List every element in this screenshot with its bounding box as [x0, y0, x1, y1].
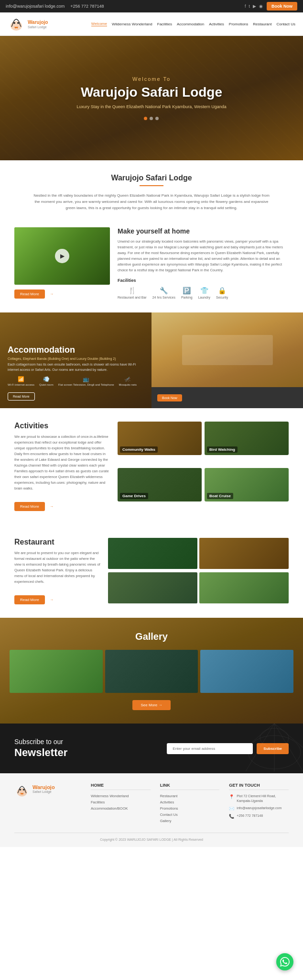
hero-title: Warujojo Safari Lodge — [76, 85, 227, 100]
accom-room-image — [152, 312, 303, 387]
accom-title: Accommodation — [8, 345, 144, 355]
activities-read-more-button[interactable]: Read More — [14, 502, 45, 511]
gallery-see-more-arrow: → — [158, 703, 162, 707]
footer-logo-name: Warujojo — [32, 784, 55, 790]
footer-logo-sub: Safari Lodge — [32, 790, 55, 793]
nav-links-container: Welcome Wilderness Wonderland Facilities… — [91, 22, 295, 26]
home-read-more-button[interactable]: Read More — [14, 290, 45, 299]
footer-address: 📍 Plot 72 Clement Hill Road, Kampala-Uga… — [229, 794, 289, 803]
home-description: Unwind on our strategically located room… — [118, 239, 289, 273]
amenity-quiet-label: Quiet room — [39, 383, 54, 386]
gallery-see-more-button[interactable]: See More → — [132, 700, 171, 710]
newsletter-section: Subscribe to our Newsletter Subscribe — [0, 724, 303, 773]
facility-restaurant: 🍴 Restaurant and Bar — [118, 287, 147, 299]
gallery-btn-row: See More → — [10, 700, 293, 710]
footer-home-col: HOME Wilderness Wonderland Facilities Ac… — [91, 783, 151, 825]
top-bar-email: info@warujojosafari lodge.com — [6, 4, 65, 9]
restaurant-image-4 — [199, 572, 289, 603]
facebook-icon[interactable]: f — [245, 4, 246, 9]
book-now-button[interactable]: Book Now — [267, 2, 297, 11]
facility-service: 🔧 24 hrs Services — [152, 287, 175, 299]
footer-email: ✉️ info@warujojosafarilodge.com — [229, 806, 289, 811]
activities-description: We are proud to showcase a collection of… — [14, 434, 110, 491]
accommodation-section: Accommodation Cottages, Elephant Banda (… — [0, 312, 303, 408]
footer-link-col: LINK Restaurant Activities Promotions Co… — [160, 783, 220, 825]
read-more-arrow: → — [50, 292, 54, 296]
twitter-icon[interactable]: t — [249, 4, 250, 9]
newsletter-content: Subscribe to our Newsletter Subscribe — [14, 738, 289, 759]
nav-wilderness[interactable]: Wilderness Wonderland — [112, 22, 152, 26]
book-now-accom-button[interactable]: Book Now — [157, 394, 182, 401]
footer-link-activities[interactable]: Activities — [160, 800, 220, 804]
gallery-title: Gallery — [10, 631, 293, 642]
accom-right: Book Now — [152, 312, 303, 408]
restaurant-read-more-button[interactable]: Read More — [14, 595, 45, 604]
about-intro: Nestled in the rift valley boundaries of… — [32, 193, 271, 211]
facility-laundry: 👕 Laundry — [198, 287, 210, 299]
facility-parking-label: Parking — [181, 296, 193, 299]
logo-subtitle: Safari Lodge — [28, 25, 48, 29]
top-bar: info@warujojosafari lodge.com +256 772 7… — [0, 0, 303, 12]
hero-content: Welcome To Warujojo Safari Lodge Luxury … — [76, 76, 227, 121]
facility-laundry-label: Laundry — [198, 296, 210, 299]
footer-link-contact[interactable]: Contact Us — [160, 813, 220, 817]
restaurant-image-3 — [108, 572, 197, 603]
footer-link-promotions[interactable]: Promotions — [160, 806, 220, 811]
hero-dot-2[interactable] — [150, 117, 153, 120]
hero-dot-3[interactable] — [155, 117, 159, 120]
footer-contact-title: GET IN TOUCH — [229, 783, 289, 790]
quiet-icon: 💨 — [43, 376, 50, 382]
newsletter-subscribe-button[interactable]: Subscribe — [257, 743, 289, 754]
activities-section: Activities We are proud to showcase a co… — [0, 408, 303, 524]
nav-contact[interactable]: Contact Us — [276, 22, 295, 26]
footer-link-wilderness[interactable]: Wilderness Wonderland — [91, 794, 151, 798]
newsletter-email-input[interactable] — [167, 743, 253, 754]
nav-promotions[interactable]: Promotions — [229, 22, 248, 26]
activity-label-boat: Boat Cruise — [207, 493, 233, 499]
tv-icon: 📺 — [83, 376, 89, 382]
activities-grid: Community Walks Bird Watching Game Drive… — [118, 422, 289, 511]
footer-phone-text: +256 772 787148 — [237, 813, 263, 818]
facility-security-label: Security — [216, 296, 228, 299]
accom-content: Accommodation Cottages, Elephant Banda (… — [8, 345, 144, 401]
footer-link-facilities[interactable]: Facilities — [91, 800, 151, 804]
instagram-icon[interactable]: ◉ — [259, 4, 263, 9]
address-icon: 📍 — [229, 794, 234, 799]
gallery-grid — [10, 650, 293, 693]
amenity-quiet: 💨 Quiet room — [39, 376, 54, 386]
footer-address-text: Plot 72 Clement Hill Road, Kampala-Ugand… — [237, 794, 289, 803]
nav-activities[interactable]: Activities — [209, 22, 224, 26]
gallery-image-2 — [105, 650, 198, 693]
hero-dot-1[interactable] — [144, 117, 147, 120]
facility-service-label: 24 hrs Services — [152, 296, 175, 299]
logo: Warujojo Safari Lodge — [8, 15, 48, 33]
parking-icon: 🅿️ — [183, 287, 191, 294]
home-content: ▶ Read More → Make yourself at home Unwi… — [14, 227, 289, 299]
email-icon: ✉️ — [229, 806, 234, 811]
nav-welcome[interactable]: Welcome — [91, 22, 107, 26]
youtube-icon[interactable]: ▶ — [253, 4, 256, 9]
nav-accommodation[interactable]: Accommodation — [177, 22, 204, 26]
wifi-icon: 📶 — [18, 376, 24, 382]
footer-link-title: LINK — [160, 783, 220, 790]
laundry-icon: 👕 — [200, 287, 208, 294]
footer-link-gallery[interactable]: Gallery — [160, 819, 220, 823]
home-main-image: ▶ — [14, 227, 110, 285]
footer-top: Warujojo Safari Lodge HOME Wilderness Wo… — [14, 783, 289, 825]
restaurant-image-2 — [199, 538, 289, 569]
restaurant-section: Restaurant We are proud to present to yo… — [0, 524, 303, 618]
restaurant-arrow: → — [50, 598, 54, 602]
nav-restaurant[interactable]: Restaurant — [253, 22, 271, 26]
restaurant-icon: 🍴 — [128, 287, 136, 294]
gallery-image-1 — [10, 650, 103, 693]
nav-facilities[interactable]: Facilities — [157, 22, 172, 26]
logo-icon — [8, 15, 25, 33]
play-button[interactable]: ▶ — [55, 249, 69, 263]
footer-link-restaurant[interactable]: Restaurant — [160, 794, 220, 798]
amenity-mosquito: 🦟 Mosquito nets — [119, 376, 137, 386]
restaurant-left: Restaurant We are proud to present to yo… — [14, 538, 100, 604]
accom-read-more-button[interactable]: Read More — [8, 392, 35, 401]
footer-link-accommodation[interactable]: Accommodation/BOOK — [91, 806, 151, 811]
activities-left: Activities We are proud to showcase a co… — [14, 422, 110, 511]
gallery-image-3 — [200, 650, 293, 693]
